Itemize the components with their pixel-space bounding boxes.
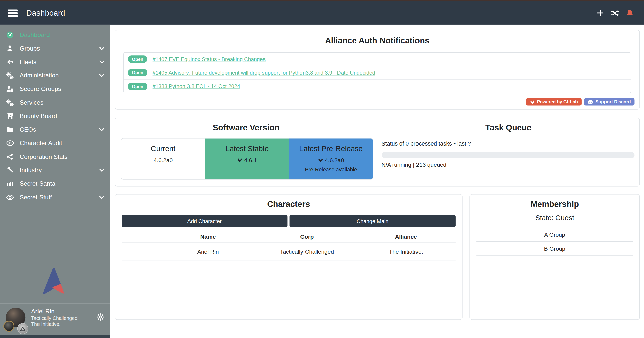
change-main-button[interactable]: Change Main — [290, 215, 456, 227]
sidebar-bottom-strip — [0, 335, 110, 338]
sidebar-item-secret-santa[interactable]: Secret Santa — [0, 177, 110, 190]
status-badge: Open — [128, 69, 148, 76]
sidebar-item-label: Services — [20, 99, 43, 106]
sidebar-item-groups[interactable]: Groups — [0, 41, 110, 55]
eye-icon — [6, 193, 14, 201]
sidebar-item-label: Secure Groups — [20, 85, 61, 92]
notification-row: Open #1383 Python 3.8 EOL - 14 Oct 2024 — [124, 80, 631, 93]
sidebar-item-bounty-board[interactable]: Bounty Board — [0, 109, 110, 123]
badge-label: Powered by GitLab — [537, 99, 578, 104]
sidebar-item-fleets[interactable]: Fleets — [0, 55, 110, 69]
status-badge: Open — [128, 55, 148, 63]
add-icon[interactable] — [595, 8, 604, 17]
membership-state: State: Guest — [476, 214, 633, 222]
sidebar: Dashboard Groups Fleets — [0, 25, 110, 338]
task-queue-body: Status of 0 processed tasks • last ? N/A… — [377, 140, 639, 168]
version-label: Latest Pre-Release — [289, 144, 373, 153]
gifts-icon — [6, 180, 14, 187]
gauge-icon — [6, 31, 14, 38]
sidebar-item-dashboard[interactable]: Dashboard — [0, 28, 110, 41]
user-meta: Ariel Rin Tactically Challenged The Init… — [31, 308, 78, 335]
character-name: Ariel Rin — [159, 248, 257, 255]
user-icon — [6, 44, 14, 52]
list-item: A Group — [476, 228, 633, 242]
sidebar-item-label: Fleets — [20, 58, 36, 65]
badge-label: Support Discord — [595, 99, 631, 104]
task-queue-status: Status of 0 processed tasks • last ? — [381, 140, 634, 147]
sidebar-item-administration[interactable]: Administration — [0, 69, 110, 82]
sidebar-item-services[interactable]: Services — [0, 95, 110, 109]
characters-actions: Add Character Change Main — [122, 215, 456, 227]
user-alliance: The Initiative. — [31, 321, 78, 327]
sidebar-item-ceos[interactable]: CEOs — [0, 123, 110, 136]
sidebar-item-label: Secret Stuff — [20, 194, 52, 201]
chevron-down-icon — [99, 60, 104, 63]
gitlab-icon — [237, 158, 242, 163]
topbar: Dashboard — [0, 0, 644, 25]
version-value: 4.6.2a0 — [154, 157, 173, 163]
version-value: 4.6.1 — [244, 157, 257, 163]
sidebar-item-label: Industry — [20, 167, 42, 174]
eye-icon — [6, 139, 14, 147]
version-note: Pre-Release available — [289, 167, 373, 173]
powered-by-gitlab-badge[interactable]: Powered by GitLab — [526, 98, 582, 105]
membership-panel: Membership State: Guest A Group B Group — [469, 194, 640, 320]
characters-panel: Characters Add Character Change Main Nam… — [115, 194, 462, 320]
user-settings-gear-icon[interactable] — [97, 313, 104, 321]
version-value: 4.6.2a0 — [325, 157, 344, 163]
software-version-title: Software Version — [115, 123, 377, 133]
gitlab-icon — [530, 100, 535, 104]
sidebar-item-corporation-stats[interactable]: Corporation Stats — [0, 150, 110, 163]
task-queue-section: Task Queue Status of 0 processed tasks •… — [377, 123, 639, 186]
chevron-down-icon — [99, 196, 104, 199]
notifications-list: Open #1407 EVE Equinox Status - Breaking… — [123, 52, 631, 93]
user-panel: Ariel Rin Tactically Challenged The Init… — [0, 304, 110, 335]
version-block: Current 4.6.2a0 Latest Stable 4.6.1 Late… — [121, 138, 373, 180]
sidebar-item-label: Administration — [20, 72, 59, 79]
software-version-section: Software Version Current 4.6.2a0 Latest … — [115, 123, 377, 186]
list-item: B Group — [476, 242, 633, 255]
sidebar-item-label: CEOs — [20, 126, 36, 133]
add-character-button[interactable]: Add Character — [122, 215, 287, 227]
column-header-corp: Corp — [257, 233, 356, 240]
notification-link[interactable]: #1383 Python 3.8 EOL - 14 Oct 2024 — [153, 83, 240, 89]
characters-title: Characters — [122, 199, 456, 209]
notification-link[interactable]: #1405 Advisory: Future development will … — [153, 70, 375, 76]
membership-groups-list: A Group B Group — [476, 228, 633, 256]
fighter-jet-icon — [6, 58, 14, 65]
topbar-actions — [595, 8, 644, 17]
sidebar-item-industry[interactable]: Industry — [0, 163, 110, 177]
gitlab-icon — [318, 158, 323, 163]
notifications-title: Alliance Auth Notifications — [123, 36, 631, 46]
column-header-name: Name — [159, 233, 257, 240]
characters-table: Name Corp Alliance Ariel Rin Tactically … — [122, 231, 456, 260]
status-panel: Software Version Current 4.6.2a0 Latest … — [115, 118, 640, 186]
sidebar-item-label: Character Audit — [20, 139, 62, 147]
sidebar-item-label: Bounty Board — [20, 112, 57, 119]
version-stable-cell: Latest Stable 4.6.1 — [205, 139, 289, 179]
sidebar-item-secure-groups[interactable]: Secure Groups — [0, 82, 110, 95]
sidebar-item-character-audit[interactable]: Character Audit — [0, 136, 110, 150]
sidebar-item-label: Secret Santa — [20, 180, 55, 187]
version-current-cell: Current 4.6.2a0 — [121, 139, 205, 179]
task-queue-counts: N/A running | 213 queued — [381, 161, 634, 168]
character-corp: Tactically Challenged — [257, 248, 356, 255]
notification-bell-icon[interactable] — [625, 8, 634, 17]
bottom-row: Characters Add Character Change Main Nam… — [115, 194, 640, 320]
notification-row: Open #1407 EVE Equinox Status - Breaking… — [124, 53, 631, 66]
sidebar-item-secret-stuff[interactable]: Secret Stuff — [0, 190, 110, 204]
shuffle-icon[interactable] — [610, 8, 619, 17]
support-discord-badge[interactable]: Support Discord — [584, 98, 634, 105]
user-name: Ariel Rin — [31, 308, 78, 315]
notification-link[interactable]: #1407 EVE Equinox Status - Breaking Chan… — [153, 56, 266, 62]
character-alliance: The Initiative. — [357, 248, 456, 255]
notification-row: Open #1405 Advisory: Future development … — [124, 66, 631, 80]
user-avatar — [6, 308, 25, 332]
version-label: Latest Stable — [205, 144, 289, 153]
hamburger-menu-icon[interactable] — [6, 6, 20, 20]
column-header-alliance: Alliance — [357, 233, 456, 240]
task-queue-title: Task Queue — [377, 123, 639, 133]
task-queue-progressbar — [381, 152, 634, 158]
version-prerelease-cell: Latest Pre-Release 4.6.2a0 Pre-Release a… — [289, 139, 373, 179]
user-corp: Tactically Challenged — [31, 315, 78, 321]
